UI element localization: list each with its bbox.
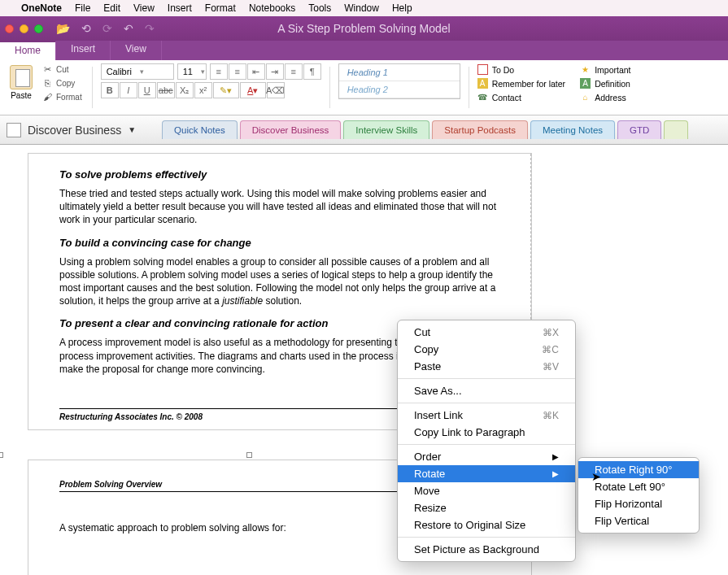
tag-contact[interactable]: ☎Contact <box>477 91 565 103</box>
tab-insert[interactable]: Insert <box>56 41 111 60</box>
tag-important[interactable]: ★Important <box>580 63 630 76</box>
tab-view[interactable]: View <box>111 41 162 60</box>
superscript-button[interactable]: x² <box>194 82 212 98</box>
strike-button[interactable]: abc <box>157 82 175 98</box>
doc-heading-2: To build a convincing case for change <box>59 237 500 249</box>
highlight-button[interactable]: ✎▾ <box>213 82 239 98</box>
font-color-button[interactable]: A▾ <box>240 82 266 98</box>
close-button[interactable] <box>5 24 14 33</box>
menu-save-as[interactable]: Save As... <box>398 382 575 399</box>
menu-help[interactable]: Help <box>392 2 412 14</box>
style-heading2[interactable]: Heading 2 <box>339 81 460 98</box>
menu-tools[interactable]: Tools <box>308 2 331 14</box>
dropdown-icon: ▼ <box>128 125 136 134</box>
menu-paste[interactable]: Paste⌘V <box>398 358 575 375</box>
menu-insert[interactable]: Insert <box>168 2 192 14</box>
notebook-icon <box>7 123 21 137</box>
tag-definition[interactable]: ADefinition <box>580 77 630 89</box>
selection-handle[interactable] <box>246 452 252 458</box>
doc-heading-1: To solve problems effectively <box>59 168 500 181</box>
scissors-icon: ✂ <box>42 64 53 75</box>
sync-icon[interactable]: ⟳ <box>102 22 112 35</box>
clipboard-icon <box>10 65 33 89</box>
section-startup-podcasts[interactable]: Startup Podcasts <box>432 120 528 139</box>
menu-view[interactable]: View <box>133 2 155 14</box>
undo-icon[interactable]: ↶ <box>124 22 133 35</box>
context-menu: Cut⌘X Copy⌘C Paste⌘V Save As... Insert L… <box>397 320 576 562</box>
window-controls <box>5 24 43 33</box>
open-icon[interactable]: 📂 <box>56 22 70 35</box>
document-title: A Six Step Problem Solving Model <box>277 22 450 35</box>
minimize-button[interactable] <box>20 24 28 33</box>
tag-todo[interactable]: To Do <box>477 63 565 76</box>
copy-button[interactable]: ⎘Copy <box>41 77 84 89</box>
back-icon[interactable]: ⟲ <box>81 22 91 35</box>
tag-remember[interactable]: ARemember for later <box>477 77 565 89</box>
menu-file[interactable]: File <box>75 2 90 14</box>
font-name-combo[interactable]: Calibri <box>101 63 174 80</box>
selection-handle[interactable] <box>0 452 3 458</box>
italic-button[interactable]: I <box>120 82 137 98</box>
doc-para-1: These tried and tested steps actually wo… <box>59 187 500 227</box>
menu-rotate-right[interactable]: Rotate Right 90° <box>578 461 699 478</box>
menu-rotate[interactable]: Rotate▶ <box>398 465 575 482</box>
menu-resize[interactable]: Resize <box>398 499 575 516</box>
outdent-button[interactable]: ⇤ <box>247 63 265 80</box>
bold-button[interactable]: B <box>101 82 119 98</box>
menu-window[interactable]: Window <box>344 2 379 14</box>
menu-format[interactable]: Format <box>205 2 236 14</box>
checkbox-icon <box>477 64 488 75</box>
tag-address[interactable]: ⌂Address <box>580 91 630 103</box>
bullets-button[interactable]: ≡ <box>210 63 228 80</box>
menu-notebooks[interactable]: Notebooks <box>249 2 295 14</box>
section-quick-notes[interactable]: Quick Notes <box>162 120 238 139</box>
menu-copy[interactable]: Copy⌘C <box>398 341 575 358</box>
paragraph-button[interactable]: ¶ <box>303 63 321 80</box>
quick-access-toolbar: 📂 ⟲ ⟳ ↶ ↷ <box>56 22 155 35</box>
indent-button[interactable]: ⇥ <box>266 63 284 80</box>
clear-format-button[interactable]: A⌫ <box>267 82 285 98</box>
style-heading1[interactable]: Heading 1 <box>339 64 460 81</box>
section-discover-business[interactable]: Discover Business <box>240 120 342 139</box>
letter-a-icon: A <box>580 78 591 89</box>
letter-a-icon: A <box>477 78 488 89</box>
chevron-right-icon: ▶ <box>552 452 559 461</box>
section-more[interactable] <box>664 120 688 139</box>
underline-button[interactable]: U <box>138 82 156 98</box>
styles-gallery[interactable]: Heading 1 Heading 2 <box>338 63 460 99</box>
align-button[interactable]: ≡ <box>285 63 303 80</box>
phone-icon: ☎ <box>477 92 488 102</box>
menu-cut[interactable]: Cut⌘X <box>398 324 575 341</box>
cut-button[interactable]: ✂Cut <box>41 63 84 76</box>
menu-edit[interactable]: Edit <box>103 2 120 14</box>
menu-set-bg[interactable]: Set Picture as Background <box>398 541 575 558</box>
subscript-button[interactable]: X₂ <box>176 82 194 98</box>
doc-para-2: Using a problem solving model enables a … <box>59 255 500 308</box>
menu-rotate-left[interactable]: Rotate Left 90° <box>578 478 699 495</box>
section-tabs: Quick Notes Discover Business Interview … <box>162 120 688 139</box>
notebook-bar: Discover Business ▼ Quick Notes Discover… <box>0 115 728 145</box>
menu-flip-vertical[interactable]: Flip Vertical <box>578 512 699 529</box>
app-name: OneNote <box>21 2 62 14</box>
menu-order[interactable]: Order▶ <box>398 448 575 465</box>
paste-button[interactable]: Paste <box>5 63 37 102</box>
font-size-combo[interactable]: 11 <box>177 63 207 80</box>
window-titlebar: 📂 ⟲ ⟳ ↶ ↷ A Six Step Problem Solving Mod… <box>0 16 728 41</box>
notebook-picker[interactable]: Discover Business ▼ <box>7 123 136 137</box>
macos-menubar[interactable]: OneNote File Edit View Insert Format Not… <box>0 0 728 16</box>
section-interview-skills[interactable]: Interview Skills <box>343 120 429 139</box>
menu-copy-link[interactable]: Copy Link to Paragraph <box>398 424 575 441</box>
menu-insert-link[interactable]: Insert Link⌘K <box>398 407 575 424</box>
section-meeting-notes[interactable]: Meeting Notes <box>530 120 615 139</box>
maximize-button[interactable] <box>34 24 43 33</box>
numbering-button[interactable]: ≡ <box>229 63 246 80</box>
tab-home[interactable]: Home <box>0 41 56 60</box>
menu-move[interactable]: Move <box>398 482 575 499</box>
chevron-right-icon: ▶ <box>552 469 559 478</box>
format-painter-button[interactable]: 🖌Format <box>41 91 84 103</box>
redo-icon[interactable]: ↷ <box>145 22 155 35</box>
menu-restore-size[interactable]: Restore to Original Size <box>398 516 575 534</box>
copy-icon: ⎘ <box>42 78 53 89</box>
menu-flip-horizontal[interactable]: Flip Horizontal <box>578 495 699 512</box>
section-gtd[interactable]: GTD <box>617 120 661 139</box>
